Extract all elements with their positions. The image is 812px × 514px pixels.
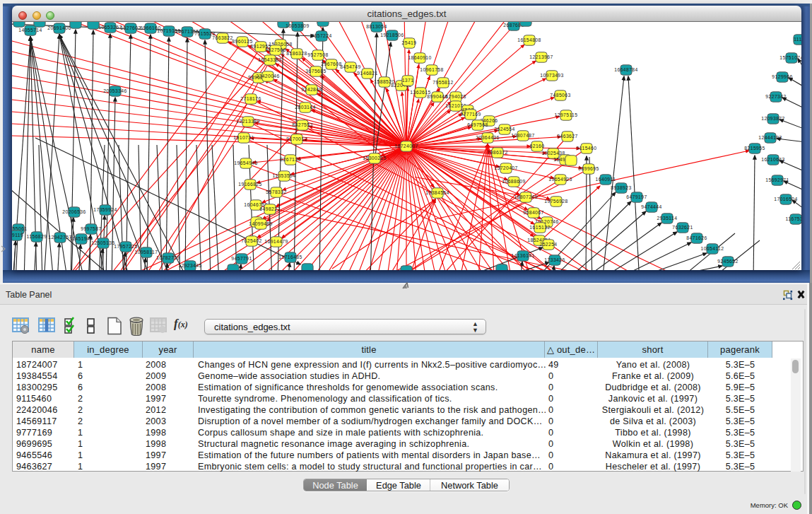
svg-text:1527602: 1527602 <box>120 25 141 30</box>
svg-text:9527508: 9527508 <box>307 52 328 57</box>
svg-text:9474444: 9474444 <box>641 204 661 209</box>
svg-text:9146821: 9146821 <box>357 71 377 76</box>
svg-text:17016504: 17016504 <box>774 197 797 201</box>
svg-text:2718176: 2718176 <box>240 96 261 101</box>
svg-text:8813054: 8813054 <box>366 24 387 29</box>
svg-text:15720407: 15720407 <box>494 165 517 170</box>
svg-text:252254: 252254 <box>539 242 557 247</box>
svg-text:6498222: 6498222 <box>259 206 280 211</box>
svg-text:1371: 1371 <box>402 78 414 83</box>
svg-text:2935114: 2935114 <box>657 216 678 221</box>
svg-text:20691406: 20691406 <box>47 25 71 30</box>
svg-text:8215955: 8215955 <box>744 146 765 151</box>
svg-text:11451944: 11451944 <box>70 236 93 241</box>
svg-text:8454749: 8454749 <box>340 64 360 69</box>
svg-text:12213967: 12213967 <box>529 54 553 59</box>
svg-text:17359924: 17359924 <box>93 207 117 212</box>
svg-text:1112: 1112 <box>794 37 801 42</box>
svg-text:18807249: 18807249 <box>514 194 537 199</box>
svg-text:3675685: 3675685 <box>305 69 326 74</box>
svg-text:39119: 39119 <box>12 233 23 238</box>
svg-text:6479197: 6479197 <box>626 194 647 199</box>
svg-text:10653267: 10653267 <box>98 25 122 30</box>
svg-text:9170012: 9170012 <box>286 136 307 141</box>
svg-text:16543382: 16543382 <box>258 57 281 62</box>
svg-text:8427552: 8427552 <box>292 122 312 127</box>
svg-text:7632621: 7632621 <box>672 225 693 230</box>
svg-text:1733426: 1733426 <box>544 257 565 262</box>
svg-text:18640910: 18640910 <box>408 55 431 60</box>
svg-text:8267130: 8267130 <box>280 157 300 162</box>
svg-text:9457791: 9457791 <box>231 256 252 261</box>
svg-text:16914479: 16914479 <box>264 239 288 244</box>
svg-text:12505135: 12505135 <box>91 240 114 245</box>
svg-text:14055714: 14055714 <box>18 28 42 33</box>
svg-text:9242848: 9242848 <box>301 87 322 92</box>
svg-text:7955812: 7955812 <box>433 80 453 85</box>
svg-text:8990448: 8990448 <box>427 94 447 99</box>
svg-text:12923445: 12923445 <box>178 263 201 268</box>
svg-text:1910731: 1910731 <box>233 135 254 140</box>
svg-text:19384554: 19384554 <box>425 190 449 195</box>
svg-text:10961758: 10961758 <box>420 67 443 72</box>
svg-text:16154808: 16154808 <box>517 37 541 42</box>
svg-text:20206536: 20206536 <box>62 209 86 214</box>
svg-text:9899695: 9899695 <box>578 166 599 171</box>
svg-text:10688609: 10688609 <box>502 179 525 184</box>
svg-text:19654923: 19654923 <box>548 177 572 182</box>
svg-text:8960125: 8960125 <box>232 39 252 44</box>
svg-text:15300215: 15300215 <box>363 156 386 160</box>
svg-text:19166825: 19166825 <box>238 182 261 187</box>
svg-text:10654112: 10654112 <box>701 246 724 251</box>
svg-text:2803144: 2803144 <box>295 105 315 110</box>
svg-text:8471626: 8471626 <box>686 235 707 240</box>
svg-text:9245652: 9245652 <box>717 259 738 264</box>
svg-text:14099489: 14099489 <box>249 221 272 226</box>
svg-text:2967608: 2967608 <box>321 62 341 66</box>
svg-text:16782759: 16782759 <box>156 255 180 260</box>
svg-text:10958117: 10958117 <box>135 250 158 255</box>
svg-text:1156829: 1156829 <box>27 234 47 239</box>
svg-text:7485063: 7485063 <box>550 93 570 98</box>
svg-text:9129966: 9129966 <box>772 74 792 79</box>
svg-text:12975115: 12975115 <box>555 112 578 117</box>
svg-text:17957225: 17957225 <box>114 244 137 249</box>
svg-text:1615132: 1615132 <box>529 225 550 230</box>
svg-text:7663822: 7663822 <box>212 35 233 40</box>
svg-text:1167534: 1167534 <box>786 216 801 221</box>
svg-text:8186328: 8186328 <box>286 51 307 56</box>
svg-text:9227342: 9227342 <box>765 94 786 99</box>
svg-text:3624554: 3624554 <box>494 127 514 132</box>
svg-text:7357224: 7357224 <box>311 33 331 38</box>
svg-text:9115460: 9115460 <box>577 146 597 151</box>
svg-text:25419: 25419 <box>402 40 417 45</box>
svg-text:19218506: 19218506 <box>380 33 404 37</box>
svg-text:16210643: 16210643 <box>761 157 784 162</box>
svg-text:10807487: 10807487 <box>511 133 534 138</box>
svg-text:12444193: 12444193 <box>758 135 782 140</box>
svg-text:5578332: 5578332 <box>266 189 286 194</box>
svg-text:62160: 62160 <box>530 144 545 148</box>
svg-text:15751074: 15751074 <box>779 55 801 60</box>
svg-text:23420046: 23420046 <box>256 74 279 78</box>
svg-text:6794028: 6794028 <box>445 94 466 99</box>
svg-text:9777169: 9777169 <box>460 112 481 117</box>
svg-text:20364436: 20364436 <box>476 135 499 140</box>
svg-text:16648784: 16648784 <box>614 67 637 72</box>
svg-text:19654945: 19654945 <box>234 160 257 165</box>
svg-text:12213389: 12213389 <box>236 119 259 124</box>
svg-text:14136141: 14136141 <box>511 253 534 258</box>
svg-text:1640911: 1640911 <box>596 177 616 182</box>
svg-text:18724007: 18724007 <box>394 144 418 148</box>
svg-text:12942757: 12942757 <box>48 235 71 240</box>
svg-text:12093872: 12093872 <box>761 116 784 121</box>
svg-text:11353594: 11353594 <box>273 173 296 178</box>
svg-text:10973493: 10973493 <box>540 73 563 78</box>
svg-text:9827506: 9827506 <box>265 47 286 52</box>
svg-text:8938923: 8938923 <box>611 185 631 190</box>
svg-text:9084067: 9084067 <box>523 210 543 215</box>
svg-text:19756928: 19756928 <box>544 199 567 204</box>
svg-text:20053346: 20053346 <box>103 88 126 93</box>
svg-text:6497568: 6497568 <box>467 122 488 127</box>
svg-text:15716485: 15716485 <box>278 255 302 259</box>
